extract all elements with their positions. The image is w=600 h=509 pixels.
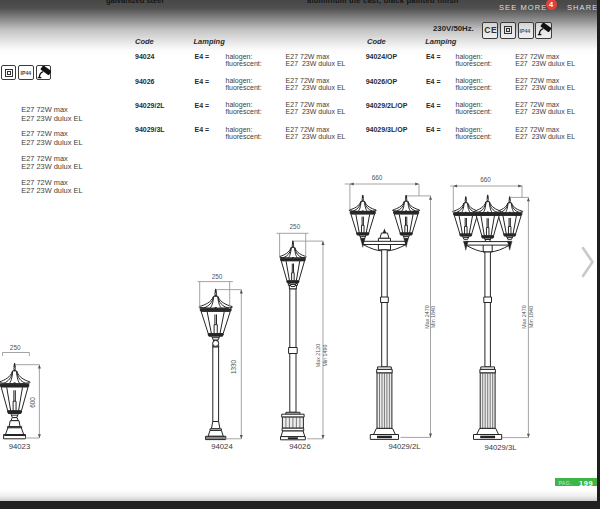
svg-text:1330: 1330 (230, 359, 237, 374)
svg-text:94029/2L: 94029/2L (388, 442, 421, 451)
svg-text:250: 250 (290, 223, 301, 230)
svg-text:94023: 94023 (9, 442, 30, 451)
svg-text:600: 600 (29, 397, 36, 408)
svg-text:94029/3L: 94029/3L (484, 443, 517, 452)
svg-text:Min 1840: Min 1840 (430, 306, 436, 328)
svg-text:94026: 94026 (289, 442, 310, 451)
svg-text:Max 2120: Max 2120 (315, 344, 321, 367)
svg-text:660: 660 (372, 174, 383, 181)
svg-text:Max 2470: Max 2470 (424, 305, 430, 328)
svg-text:250: 250 (10, 344, 21, 351)
svg-text:Min 1840: Min 1840 (528, 306, 534, 328)
svg-text:Max 2470: Max 2470 (521, 305, 527, 328)
svg-text:660: 660 (480, 176, 491, 183)
svg-text:94024: 94024 (211, 442, 233, 451)
svg-text:Min 1490: Min 1490 (322, 345, 328, 367)
svg-text:250: 250 (212, 273, 223, 280)
